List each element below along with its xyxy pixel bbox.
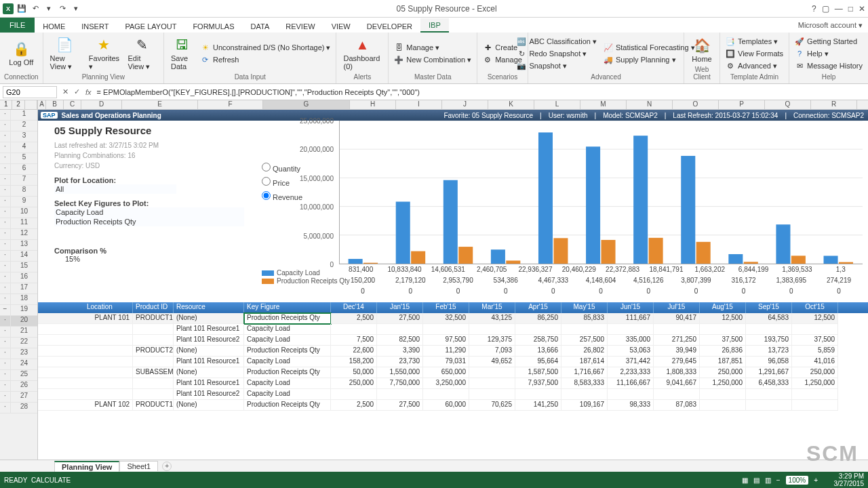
row-1[interactable]: ·1: [0, 110, 37, 121]
enter-icon[interactable]: ✓: [71, 87, 83, 96]
col-L[interactable]: L: [534, 100, 580, 109]
col-R[interactable]: R: [811, 100, 857, 109]
view-pagebreak-icon[interactable]: ▥: [765, 476, 771, 484]
name-box[interactable]: [3, 86, 57, 98]
minimize-icon[interactable]: —: [835, 4, 843, 14]
dashboard-button[interactable]: ▲Dashboard (0): [340, 36, 384, 72]
row-9[interactable]: ·9: [0, 197, 37, 207]
row-22[interactable]: ·22: [0, 338, 37, 348]
col-K[interactable]: K: [488, 100, 534, 109]
add-sheet-button[interactable]: +: [162, 462, 172, 471]
zoom-out[interactable]: −: [776, 476, 781, 484]
row-20[interactable]: ·20: [0, 316, 37, 327]
col-J[interactable]: J: [442, 100, 488, 109]
help-button[interactable]: ?Help ▾: [793, 48, 864, 59]
sheet-tab-sheet1[interactable]: Sheet1: [119, 461, 158, 471]
row-24[interactable]: ·24: [0, 359, 37, 370]
viewformats-button[interactable]: 🔲View Formats: [724, 48, 785, 59]
comp-value[interactable]: 15%: [54, 255, 258, 263]
supply-button[interactable]: 🚚Supply Planning ▾: [602, 54, 696, 65]
logoff-button[interactable]: 🔒Log Off: [6, 39, 36, 68]
row-7[interactable]: ·7: [0, 175, 37, 186]
table-row[interactable]: Plant 101 Resource2Capacity Load7,50082,…: [38, 335, 868, 346]
col-G[interactable]: G: [263, 100, 350, 109]
manage-button[interactable]: 🗄Manage ▾: [393, 42, 473, 53]
editview-button[interactable]: ✎Edit View ▾: [125, 35, 159, 73]
row-15[interactable]: ·15: [0, 262, 37, 272]
undo-dd-icon[interactable]: ▾: [43, 3, 54, 14]
snapshot-button[interactable]: 📷Snapshot ▾: [515, 60, 598, 71]
plotloc-value[interactable]: All: [54, 184, 176, 194]
refresh-button[interactable]: ⟳Refresh: [199, 54, 332, 65]
savedata-button[interactable]: 🖫Save Data: [168, 36, 195, 72]
tab-home[interactable]: HOME: [35, 20, 73, 33]
home-button[interactable]: 🏠Home: [688, 36, 715, 64]
favorites-button[interactable]: ★Favorites ▾: [87, 35, 121, 73]
redo-dd-icon[interactable]: ▾: [71, 3, 81, 14]
tab-insert[interactable]: INSERT: [73, 20, 117, 33]
templates-button[interactable]: 📑Templates ▾: [724, 36, 785, 47]
newview-button[interactable]: 📄New View ▾: [47, 35, 83, 73]
row-26[interactable]: ·26: [0, 381, 37, 392]
gs-button[interactable]: 🚀Getting Started: [793, 36, 864, 47]
redo-icon[interactable]: ↷: [57, 3, 68, 14]
col-H[interactable]: H: [350, 100, 396, 109]
formula-input[interactable]: = EPMOlapMemberO("[KEY_FIGURES].[].[PROD…: [94, 87, 868, 98]
row-28[interactable]: ·28: [0, 403, 37, 413]
ribbon-collapse-icon[interactable]: ▢: [822, 4, 829, 14]
row-21[interactable]: ·21: [0, 327, 37, 338]
msghist-button[interactable]: ✉Message History: [793, 60, 864, 71]
undo-icon[interactable]: ↶: [30, 3, 41, 14]
col-C[interactable]: C: [64, 100, 81, 109]
row-27[interactable]: ·27: [0, 392, 37, 403]
tab-ibp[interactable]: IBP: [420, 18, 449, 33]
row-11[interactable]: ·11: [0, 218, 37, 229]
row-17[interactable]: ·17: [0, 283, 37, 294]
view-pagelayout-icon[interactable]: ▤: [753, 476, 760, 484]
newcombo-button[interactable]: ➕New Combination ▾: [393, 54, 473, 65]
statfc-button[interactable]: 📈Statistical Forecasting ▾: [602, 42, 696, 53]
close-icon[interactable]: ✕: [859, 4, 865, 14]
row-13[interactable]: ·13: [0, 240, 37, 251]
row-4[interactable]: ·4: [0, 142, 37, 153]
row-19[interactable]: −19: [0, 305, 37, 316]
row-12[interactable]: ·12: [0, 229, 37, 240]
row-8[interactable]: ·8: [0, 186, 37, 197]
sheet-tab-planningview[interactable]: Planning View: [54, 461, 119, 472]
save-icon[interactable]: 💾: [16, 3, 27, 14]
maximize-icon[interactable]: □: [848, 4, 853, 14]
row-16[interactable]: ·16: [0, 272, 37, 283]
tab-formulas[interactable]: FORMULAS: [184, 20, 242, 33]
col-F[interactable]: F: [198, 100, 263, 109]
table-row[interactable]: Plant 101 Resource2Capacity Load: [38, 389, 868, 400]
col-D[interactable]: D: [81, 100, 122, 109]
abc-button[interactable]: 🔤ABC Classification ▾: [515, 36, 598, 47]
row-18[interactable]: ·18: [0, 294, 37, 305]
tab-file[interactable]: FILE: [0, 18, 35, 33]
tab-view[interactable]: VIEW: [323, 20, 359, 33]
table-row[interactable]: Plant 101 Resource1Capacity Load250,0007…: [38, 378, 868, 389]
col-E[interactable]: E: [122, 100, 198, 109]
row-25[interactable]: ·25: [0, 370, 37, 381]
row-2[interactable]: ·2: [0, 121, 37, 131]
table-row[interactable]: PLANT 101PRODUCT1(None)Production Receip…: [38, 313, 868, 324]
cancel-icon[interactable]: ✕: [60, 87, 71, 96]
tab-review[interactable]: REVIEW: [277, 20, 323, 33]
table-row[interactable]: Plant 101 Resource1Capacity Load158,2002…: [38, 357, 868, 367]
simulate-button[interactable]: ☀Unconstrained D/S (No Shortage) ▾: [199, 42, 332, 53]
tab-data[interactable]: DATA: [243, 20, 278, 33]
help-icon[interactable]: ?: [812, 4, 816, 14]
tab-pagelayout[interactable]: PAGE LAYOUT: [117, 20, 184, 33]
redosnap-button[interactable]: ↻Redo Snapshot ▾: [515, 48, 598, 59]
col-A[interactable]: A: [38, 100, 46, 109]
row-5[interactable]: ·5: [0, 153, 37, 164]
col-N[interactable]: N: [627, 100, 673, 109]
row-10[interactable]: ·10: [0, 207, 37, 218]
kf1[interactable]: Capacity Load: [54, 207, 244, 217]
kf2[interactable]: Production Receipts Qty: [54, 217, 244, 226]
zoom-level[interactable]: 100%: [786, 476, 809, 485]
col-P[interactable]: P: [719, 100, 765, 109]
tadv-button[interactable]: ⚙Advanced ▾: [724, 60, 785, 71]
tab-developer[interactable]: DEVELOPER: [359, 20, 420, 33]
row-23[interactable]: ·23: [0, 348, 37, 359]
